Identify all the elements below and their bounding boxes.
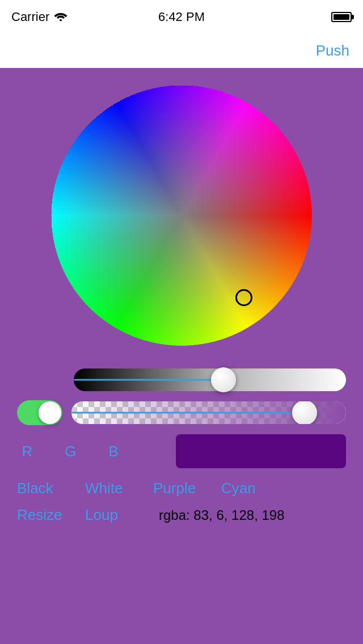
resize-button[interactable]: Resize bbox=[17, 506, 85, 524]
alpha-slider-line bbox=[71, 412, 305, 414]
brightness-slider-row bbox=[17, 368, 346, 391]
svg-point-0 bbox=[60, 19, 62, 21]
brightness-slider-line bbox=[74, 379, 223, 381]
status-time: 6:42 PM bbox=[158, 10, 205, 24]
rgba-value: rgba: 83, 6, 128, 198 bbox=[159, 507, 285, 523]
toggle-switch[interactable] bbox=[17, 400, 62, 425]
rgb-labels: R G B bbox=[17, 443, 124, 460]
brightness-slider-thumb[interactable] bbox=[211, 367, 236, 392]
alpha-slider-row bbox=[17, 400, 346, 425]
r-label[interactable]: R bbox=[17, 443, 37, 460]
bottom-row: Resize Loup rgba: 83, 6, 128, 198 bbox=[17, 506, 346, 524]
g-label[interactable]: G bbox=[60, 443, 81, 460]
alpha-slider-track[interactable] bbox=[71, 401, 346, 424]
white-button[interactable]: White bbox=[85, 480, 153, 497]
color-buttons-row: Black White Purple Cyan bbox=[17, 480, 346, 497]
status-left: Carrier bbox=[11, 10, 67, 24]
cyan-button[interactable]: Cyan bbox=[221, 480, 289, 497]
rgb-preview-row: R G B bbox=[17, 434, 346, 468]
battery-icon bbox=[331, 12, 352, 22]
status-right bbox=[331, 12, 352, 22]
color-wheel-canvas[interactable] bbox=[51, 85, 312, 346]
controls-area: R G B Black White Purple Cyan Resize Lou… bbox=[0, 346, 363, 524]
purple-button[interactable]: Purple bbox=[153, 480, 221, 497]
b-label[interactable]: B bbox=[103, 443, 124, 460]
color-wheel[interactable] bbox=[51, 85, 312, 346]
color-preview-box bbox=[176, 434, 346, 468]
brightness-slider-track[interactable] bbox=[74, 368, 346, 391]
wifi-icon bbox=[54, 10, 67, 24]
alpha-slider-thumb[interactable] bbox=[292, 401, 317, 424]
black-button[interactable]: Black bbox=[17, 480, 85, 497]
loup-button[interactable]: Loup bbox=[85, 506, 153, 524]
nav-bar: Push bbox=[0, 34, 363, 68]
push-button[interactable]: Push bbox=[316, 42, 349, 60]
main-content: R G B Black White Purple Cyan Resize Lou… bbox=[0, 68, 363, 644]
status-bar: Carrier 6:42 PM bbox=[0, 0, 363, 34]
carrier-label: Carrier bbox=[11, 10, 49, 24]
toggle-knob bbox=[39, 401, 61, 424]
